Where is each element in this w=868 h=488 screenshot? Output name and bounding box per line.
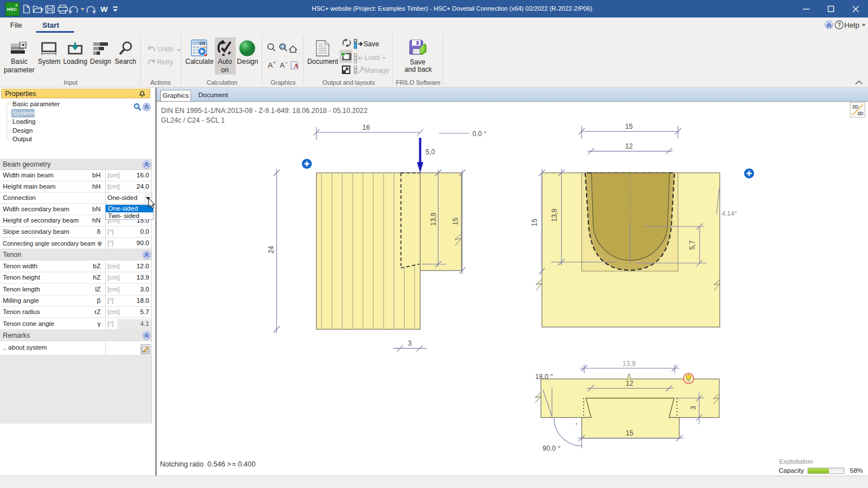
svg-text:A: A	[294, 62, 298, 69]
svg-text:12: 12	[625, 142, 633, 150]
svg-text:13,9: 13,9	[622, 360, 636, 368]
svg-text:2D: 2D	[852, 104, 858, 110]
svg-text:24: 24	[267, 246, 275, 254]
svg-text:5,0: 5,0	[426, 148, 435, 156]
svg-text:13,9: 13,9	[550, 208, 558, 222]
svg-text:90.0 °: 90.0 °	[542, 445, 561, 452]
svg-text:3: 3	[689, 406, 697, 409]
svg-text:A: A	[268, 61, 273, 69]
svg-text:+: +	[273, 60, 276, 66]
svg-text:5,7: 5,7	[688, 240, 696, 250]
svg-text:−: −	[285, 60, 288, 66]
svg-text:15: 15	[452, 217, 459, 225]
svg-text:4.14°: 4.14°	[722, 210, 737, 217]
svg-text:15: 15	[625, 123, 633, 130]
svg-text:15: 15	[531, 219, 539, 226]
svg-text:12: 12	[626, 380, 633, 387]
svg-text:13,9: 13,9	[429, 212, 437, 226]
svg-text:+: +	[15, 3, 18, 8]
svg-text:15: 15	[626, 429, 633, 437]
svg-text:3: 3	[408, 339, 412, 347]
svg-text:16: 16	[362, 124, 370, 132]
svg-text:18.0 °: 18.0 °	[535, 373, 553, 381]
svg-text:0.0 °: 0.0 °	[472, 130, 487, 138]
svg-text:A: A	[280, 61, 285, 69]
svg-text:?: ?	[837, 21, 841, 28]
svg-text:123: 123	[199, 41, 206, 45]
svg-text:3D: 3D	[857, 111, 863, 116]
